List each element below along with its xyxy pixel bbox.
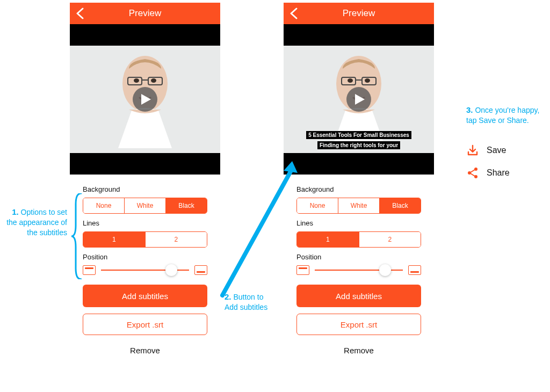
position-bottom-icon[interactable] bbox=[194, 265, 207, 275]
video-preview-area bbox=[70, 24, 220, 175]
position-slider[interactable] bbox=[101, 270, 189, 271]
position-row bbox=[296, 265, 421, 275]
lines-option-2[interactable]: 2 bbox=[359, 232, 421, 247]
back-button[interactable] bbox=[75, 7, 85, 22]
bg-option-white[interactable]: White bbox=[338, 198, 380, 213]
annotation-3: 3. Once you're happy, tap Save or Share. bbox=[466, 105, 541, 126]
play-icon bbox=[355, 94, 365, 105]
save-label: Save bbox=[487, 146, 506, 155]
export-srt-button[interactable]: Export .srt bbox=[83, 314, 207, 335]
navbar-title: Preview bbox=[129, 8, 161, 19]
lines-segmented: 1 2 bbox=[296, 231, 421, 248]
lines-label: Lines bbox=[83, 219, 207, 227]
share-label: Share bbox=[487, 168, 510, 178]
caption-line-2: Finding the right tools for your bbox=[317, 141, 400, 149]
video-thumbnail[interactable] bbox=[70, 46, 220, 153]
export-srt-button[interactable]: Export .srt bbox=[296, 314, 421, 335]
navbar: Preview bbox=[284, 3, 434, 24]
background-label: Background bbox=[83, 185, 207, 193]
back-button[interactable] bbox=[289, 7, 299, 22]
position-top-icon[interactable] bbox=[83, 265, 96, 275]
svg-point-9 bbox=[365, 78, 370, 83]
play-button[interactable] bbox=[133, 87, 157, 112]
bg-option-white[interactable]: White bbox=[125, 198, 166, 213]
play-button[interactable] bbox=[346, 87, 371, 112]
navbar-title: Preview bbox=[343, 8, 375, 19]
bg-option-none[interactable]: None bbox=[83, 198, 125, 213]
brace-icon bbox=[70, 193, 83, 279]
lines-option-2[interactable]: 2 bbox=[146, 232, 207, 247]
subtitle-controls: Background None White Black Lines 1 2 Po… bbox=[284, 175, 434, 365]
svg-point-8 bbox=[348, 78, 353, 83]
svg-point-2 bbox=[151, 78, 156, 83]
annotation-2: 2. Button to Add subtitles bbox=[225, 292, 278, 313]
subtitle-overlay: 5 Essential Tools For Small Businesses F… bbox=[287, 129, 430, 150]
bg-option-none[interactable]: None bbox=[297, 198, 338, 213]
remove-button[interactable]: Remove bbox=[83, 342, 207, 359]
lines-label: Lines bbox=[296, 219, 421, 227]
position-top-icon[interactable] bbox=[296, 265, 309, 275]
add-subtitles-button[interactable]: Add subtitles bbox=[296, 285, 421, 307]
svg-line-20 bbox=[471, 173, 475, 176]
phone-screen-right: Preview 5 Essential Tools bbox=[284, 3, 434, 365]
video-thumbnail[interactable]: 5 Essential Tools For Small Businesses F… bbox=[284, 46, 434, 153]
position-row bbox=[83, 265, 207, 275]
position-label: Position bbox=[83, 253, 207, 261]
navbar: Preview bbox=[70, 3, 220, 24]
annotation-1: 1. Options to set the appearance of the … bbox=[0, 207, 67, 238]
download-icon bbox=[466, 144, 479, 157]
background-segmented: None White Black bbox=[83, 198, 207, 214]
add-subtitles-button[interactable]: Add subtitles bbox=[83, 285, 207, 307]
bg-option-black[interactable]: Black bbox=[380, 198, 421, 213]
save-button[interactable]: Save bbox=[466, 144, 510, 157]
caption-line-1: 5 Essential Tools For Small Businesses bbox=[306, 131, 411, 139]
svg-line-19 bbox=[471, 170, 475, 172]
subtitle-controls: Background None White Black Lines 1 2 Po… bbox=[70, 175, 220, 365]
lines-segmented: 1 2 bbox=[83, 231, 207, 248]
chevron-left-icon bbox=[75, 7, 85, 20]
share-icon bbox=[466, 166, 479, 179]
position-label: Position bbox=[296, 253, 421, 261]
slider-thumb[interactable] bbox=[379, 264, 391, 276]
background-segmented: None White Black bbox=[296, 198, 421, 214]
save-share-actions: Save Share bbox=[466, 144, 510, 189]
share-button[interactable]: Share bbox=[466, 166, 510, 179]
position-bottom-icon[interactable] bbox=[408, 265, 421, 275]
phone-screen-left: Preview Background bbox=[70, 3, 220, 365]
lines-option-1[interactable]: 1 bbox=[83, 232, 146, 247]
video-preview-area: 5 Essential Tools For Small Businesses F… bbox=[284, 24, 434, 175]
svg-marker-13 bbox=[355, 94, 365, 105]
lines-option-1[interactable]: 1 bbox=[297, 232, 359, 247]
svg-line-14 bbox=[222, 169, 292, 295]
position-slider[interactable] bbox=[315, 270, 403, 271]
svg-marker-6 bbox=[141, 94, 151, 105]
remove-button[interactable]: Remove bbox=[296, 342, 421, 359]
slider-thumb[interactable] bbox=[165, 264, 177, 276]
bg-option-black[interactable]: Black bbox=[166, 198, 207, 213]
play-icon bbox=[141, 94, 151, 105]
background-label: Background bbox=[296, 185, 421, 193]
chevron-left-icon bbox=[289, 7, 299, 20]
svg-point-1 bbox=[134, 78, 139, 83]
